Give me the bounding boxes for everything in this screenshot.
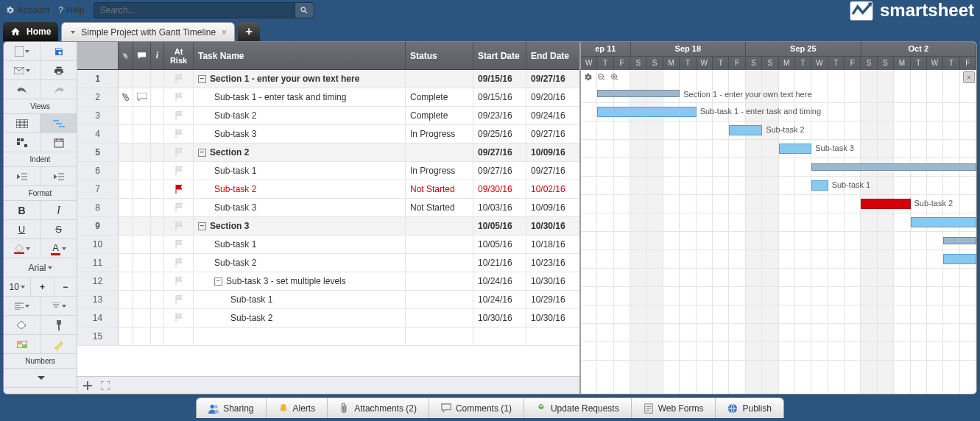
row-number[interactable]: 11 — [77, 254, 119, 272]
row-number[interactable]: 8 — [77, 199, 119, 216]
row-number[interactable]: 3 — [77, 107, 119, 124]
comments-header[interactable] — [133, 42, 151, 69]
gantt-day-header[interactable]: T — [828, 57, 845, 71]
comments-cell[interactable] — [133, 272, 151, 290]
account-link[interactable]: Account — [6, 5, 49, 15]
info-cell[interactable] — [151, 291, 164, 308]
gantt-bar[interactable]: Section 1 - enter your own text here — [597, 90, 680, 97]
gantt-bar[interactable]: Sub-task 1 - enter task and timing — [597, 107, 696, 117]
format-painter-button[interactable] — [40, 316, 77, 334]
gantt-week-header[interactable]: Oct 2 — [861, 42, 976, 56]
end-cell[interactable]: 10/30/16 — [526, 309, 579, 327]
status-cell[interactable] — [406, 309, 473, 327]
text-color-button[interactable]: A — [40, 239, 77, 258]
search-input[interactable] — [94, 5, 295, 15]
comments-cell[interactable] — [133, 107, 151, 124]
end-cell[interactable]: 10/09/16 — [526, 199, 579, 216]
collapse-toggle[interactable]: − — [198, 149, 206, 157]
status-cell[interactable]: In Progress — [406, 125, 473, 143]
start-cell[interactable]: 10/05/16 — [473, 217, 526, 235]
status-cell[interactable]: Complete — [406, 107, 473, 124]
comments-cell[interactable] — [133, 236, 151, 253]
start-cell[interactable]: 09/25/16 — [473, 125, 526, 143]
info-header[interactable]: i — [151, 42, 164, 69]
table-row[interactable]: 12−Sub-task 3 - set multiple levels10/24… — [77, 272, 579, 291]
comments-cell[interactable] — [133, 125, 151, 143]
status-cell[interactable]: Not Started — [406, 180, 473, 198]
collapse-toggle[interactable]: − — [198, 75, 206, 83]
task-cell[interactable]: Sub-task 1 — [194, 236, 406, 253]
table-row[interactable]: 1−Section 1 - enter your own text here09… — [77, 70, 579, 88]
end-cell[interactable]: 09/27/16 — [526, 162, 579, 180]
comments-cell[interactable] — [133, 328, 151, 345]
comments-cell[interactable] — [133, 144, 151, 161]
attachments-cell[interactable] — [119, 236, 133, 253]
comments-cell[interactable] — [133, 254, 151, 272]
strike-button[interactable]: S — [40, 220, 77, 238]
atrisk-cell[interactable] — [164, 162, 194, 180]
start-header[interactable]: Start Date — [473, 42, 526, 69]
atrisk-cell[interactable] — [164, 236, 194, 253]
row-number[interactable]: 10 — [77, 236, 119, 253]
atrisk-cell[interactable] — [164, 125, 194, 143]
status-cell[interactable] — [406, 217, 473, 235]
gantt-day-header[interactable]: W — [697, 57, 713, 71]
table-row[interactable]: 8Sub-task 3Not Started10/03/1610/09/16 — [77, 199, 579, 217]
gantt-day-header[interactable]: T — [713, 57, 729, 71]
valign-button[interactable] — [40, 297, 77, 315]
task-cell[interactable]: Sub-task 2 — [194, 254, 406, 272]
redo-button[interactable] — [40, 80, 77, 99]
gantt-day-header[interactable]: M — [779, 57, 795, 71]
table-row[interactable]: 7Sub-task 2Not Started09/30/1610/02/16 — [77, 180, 579, 199]
gantt-bar[interactable] — [811, 163, 976, 171]
gantt-bar[interactable]: Sub-task 3 — [779, 144, 812, 154]
task-cell[interactable]: Sub-task 1 - enter task and timing — [194, 88, 406, 106]
mail-button[interactable] — [4, 61, 40, 79]
bold-button[interactable]: B — [4, 201, 40, 219]
info-cell[interactable] — [151, 107, 164, 124]
gantt-bar[interactable]: Sub-task 2 — [729, 125, 762, 135]
info-cell[interactable] — [151, 70, 164, 88]
gantt-day-header[interactable]: T — [597, 57, 613, 71]
tab-add[interactable]: + — [238, 22, 260, 41]
atrisk-cell[interactable] — [164, 291, 194, 308]
start-cell[interactable]: 10/30/16 — [473, 309, 526, 327]
table-row[interactable]: 5−Section 209/27/1610/09/16 — [77, 144, 579, 162]
tab-home[interactable]: Home — [3, 22, 58, 41]
start-cell[interactable]: 10/24/16 — [473, 272, 526, 290]
start-cell[interactable]: 10/24/16 — [473, 291, 526, 308]
atrisk-cell[interactable] — [164, 272, 194, 290]
info-cell[interactable] — [151, 88, 164, 106]
clear-format-button[interactable] — [4, 316, 40, 334]
row-number[interactable]: 6 — [77, 162, 119, 180]
info-cell[interactable] — [151, 180, 164, 198]
attachments-header[interactable] — [119, 42, 133, 69]
comments-cell[interactable] — [133, 199, 151, 216]
font-size-decrease[interactable]: − — [54, 277, 77, 296]
atrisk-cell[interactable] — [164, 107, 194, 124]
attachments-cell[interactable] — [119, 107, 133, 124]
table-row[interactable]: 3Sub-task 2Complete09/23/1609/24/16 — [77, 107, 579, 125]
start-cell[interactable]: 09/30/16 — [473, 180, 526, 198]
gantt-day-header[interactable]: M — [894, 57, 910, 71]
table-row[interactable]: 11Sub-task 210/21/1610/23/16 — [77, 254, 579, 272]
gantt-day-header[interactable]: S — [762, 57, 778, 71]
atrisk-cell[interactable] — [164, 217, 194, 235]
halign-button[interactable] — [4, 297, 40, 315]
end-cell[interactable]: 09/20/16 — [526, 88, 579, 106]
status-cell[interactable] — [406, 144, 473, 161]
table-row[interactable]: 2Sub-task 1 - enter task and timingCompl… — [77, 88, 579, 107]
gantt-bar[interactable] — [943, 254, 976, 264]
font-select[interactable]: Arial — [4, 258, 77, 277]
collapse-toggle[interactable]: − — [198, 222, 206, 230]
comments-cell[interactable] — [133, 217, 151, 235]
status-cell[interactable] — [406, 254, 473, 272]
sharing-button[interactable]: Sharing — [197, 398, 266, 418]
row-number[interactable]: 1 — [77, 70, 119, 88]
info-cell[interactable] — [151, 272, 164, 290]
gantt-close-button[interactable]: × — [963, 71, 975, 83]
number-format-dropdown[interactable] — [4, 369, 77, 387]
undo-button[interactable] — [4, 80, 40, 99]
end-cell[interactable] — [526, 328, 579, 345]
attachments-cell[interactable] — [119, 272, 133, 290]
